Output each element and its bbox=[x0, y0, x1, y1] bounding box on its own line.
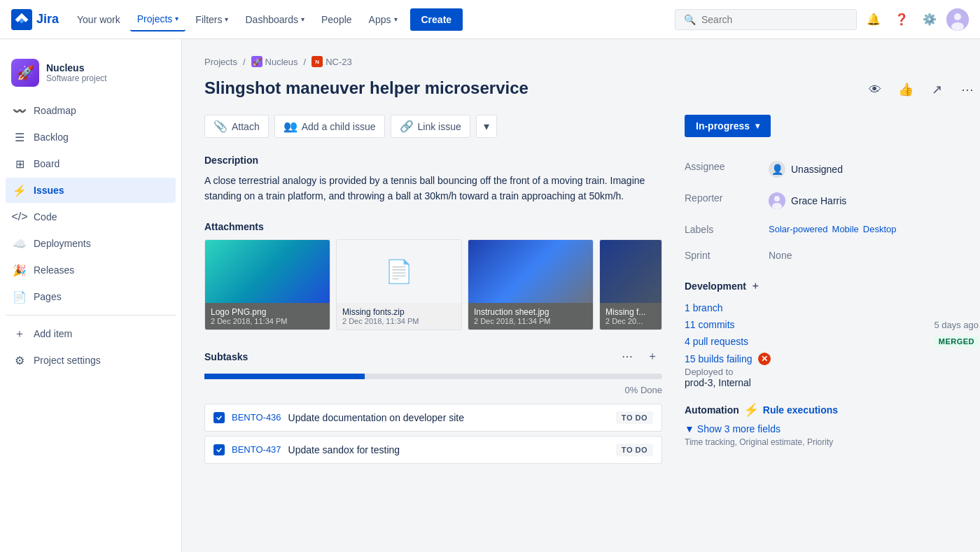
breadcrumb: Projects / 🚀 Nucleus / N NC-23 bbox=[204, 56, 979, 67]
subtask-name: Update sandox for testing bbox=[288, 444, 609, 455]
search-input[interactable] bbox=[701, 14, 848, 25]
thumbsup-icon[interactable]: 👍 bbox=[895, 78, 917, 101]
attachment-thumbnail bbox=[600, 240, 662, 303]
sidebar-item-issues[interactable]: ⚡ Issues bbox=[6, 178, 176, 203]
attachments-title: Attachments bbox=[204, 221, 662, 232]
paperclip-icon: 📎 bbox=[214, 120, 227, 133]
progress-blue bbox=[204, 374, 365, 379]
help-icon[interactable]: ❓ bbox=[890, 8, 913, 31]
link-icon: 🔗 bbox=[400, 120, 414, 133]
attachment-item[interactable]: Instruction sheet.jpg 2 Dec 2018, 11:34 … bbox=[468, 239, 594, 330]
logo[interactable]: Jira bbox=[11, 9, 59, 30]
main-nav: Your work Projects ▾ Filters ▾ Dashboard… bbox=[70, 8, 404, 31]
attachment-item[interactable]: Missing f... 2 Dec 20... bbox=[599, 239, 662, 330]
svg-point-5 bbox=[774, 196, 780, 201]
nav-people[interactable]: People bbox=[314, 8, 359, 31]
description-text: A close terrestrial analogy is provided … bbox=[204, 173, 662, 204]
dev-add-icon[interactable]: ＋ bbox=[750, 280, 760, 292]
search-box[interactable]: 🔍 bbox=[675, 9, 857, 30]
subtask-id[interactable]: BENTO-437 bbox=[232, 444, 281, 455]
sidebar-item-label: Issues bbox=[34, 185, 64, 196]
labels-row: Labels Solar-powered Mobile Desktop bbox=[685, 217, 979, 243]
deployments-icon: ☁️ bbox=[13, 236, 27, 250]
attach-button[interactable]: 📎 Attach bbox=[204, 115, 269, 138]
merged-badge: MERGED bbox=[934, 336, 979, 347]
subtasks-add-button[interactable]: ＋ bbox=[643, 347, 662, 367]
attachment-item[interactable]: 📄 Missing fonts.zip 2 Dec 2018, 11:34 PM bbox=[336, 239, 462, 330]
attachments-section: Attachments Logo PNG.png 2 Dec 2018, 11:… bbox=[204, 221, 662, 330]
show-more-button[interactable]: ▼ Show 3 more fields bbox=[685, 423, 979, 434]
subtasks-header: Subtasks ⋯ ＋ bbox=[204, 347, 662, 367]
breadcrumb-projects[interactable]: Projects bbox=[204, 57, 237, 67]
attachment-thumbnail bbox=[468, 240, 593, 303]
share-icon[interactable]: ↗ bbox=[925, 78, 948, 101]
subtask-id[interactable]: BENTO-436 bbox=[232, 412, 281, 423]
automation-section: Automation ⚡ Rule executions ▼ Show 3 mo… bbox=[685, 402, 979, 447]
project-name: Nucleus bbox=[46, 62, 107, 73]
projects-chevron-icon: ▾ bbox=[175, 15, 178, 22]
sidebar-item-label: Project settings bbox=[34, 355, 101, 366]
nav-dashboards[interactable]: Dashboards ▾ bbox=[238, 8, 312, 31]
sidebar-item-label: Pages bbox=[34, 291, 62, 302]
sidebar-item-backlog[interactable]: ☰ Backlog bbox=[6, 125, 176, 150]
subtask-checkbox[interactable] bbox=[214, 412, 225, 423]
sprint-row: Sprint None bbox=[685, 243, 979, 269]
nav-projects[interactable]: Projects ▾ bbox=[130, 8, 186, 31]
attachment-date: 2 Dec 20... bbox=[606, 317, 656, 325]
more-actions-icon[interactable]: ⋯ bbox=[956, 78, 979, 101]
more-toolbar-button[interactable]: ▾ bbox=[476, 115, 497, 138]
label-mobile[interactable]: Mobile bbox=[832, 224, 859, 234]
dev-branch-link[interactable]: 1 branch bbox=[685, 302, 722, 313]
child-issue-icon: 👥 bbox=[284, 120, 298, 133]
reporter-row: Reporter Grace Harris bbox=[685, 185, 979, 217]
subtasks-more-button[interactable]: ⋯ bbox=[617, 347, 637, 367]
sidebar-item-pages[interactable]: 📄 Pages bbox=[6, 284, 176, 309]
subtask-name: Update documentation on developer site bbox=[288, 412, 609, 423]
label-desktop[interactable]: Desktop bbox=[863, 224, 897, 234]
dev-builds-link[interactable]: 15 builds failing bbox=[685, 353, 752, 365]
nav-your-work[interactable]: Your work bbox=[70, 8, 127, 31]
settings-icon[interactable]: ⚙️ bbox=[918, 8, 941, 31]
automation-link[interactable]: Rule executions bbox=[763, 404, 838, 416]
nav-filters[interactable]: Filters ▾ bbox=[188, 8, 235, 31]
assignee-label: Assignee bbox=[685, 154, 769, 185]
status-button[interactable]: In-progress ▾ bbox=[685, 115, 771, 137]
label-solar[interactable]: Solar-powered bbox=[769, 224, 828, 234]
issue-main: 📎 Attach 👥 Add a child issue 🔗 Link issu… bbox=[204, 115, 662, 468]
link-issue-button[interactable]: 🔗 Link issue bbox=[391, 115, 470, 138]
project-info: Nucleus Software project bbox=[46, 62, 107, 83]
create-button[interactable]: Create bbox=[410, 8, 463, 31]
nav-apps[interactable]: Apps ▾ bbox=[362, 8, 405, 31]
dev-commits-link[interactable]: 11 commits bbox=[685, 319, 735, 330]
fail-icon: ✕ bbox=[758, 353, 771, 365]
assignee-display: 👤 Unassigned bbox=[769, 161, 979, 178]
sidebar-item-roadmap[interactable]: 〰️ Roadmap bbox=[6, 98, 176, 123]
sidebar-item-releases[interactable]: 🎉 Releases bbox=[6, 257, 176, 283]
dev-builds: 15 builds failing ✕ Deployed to prod-3, … bbox=[685, 350, 979, 391]
automation-label: Automation bbox=[685, 404, 739, 416]
breadcrumb-issue[interactable]: N NC-23 bbox=[312, 56, 352, 67]
breadcrumb-nucleus[interactable]: 🚀 Nucleus bbox=[251, 56, 298, 67]
assignee-value[interactable]: 👤 Unassigned bbox=[769, 154, 979, 185]
attachment-item[interactable]: Logo PNG.png 2 Dec 2018, 11:34 PM bbox=[204, 239, 330, 330]
user-avatar[interactable] bbox=[946, 8, 969, 31]
sidebar-item-settings[interactable]: ⚙ Project settings bbox=[6, 348, 176, 373]
project-header[interactable]: 🚀 Nucleus Software project bbox=[0, 50, 181, 98]
sidebar-item-add[interactable]: ＋ Add item bbox=[6, 321, 176, 346]
sidebar-item-deployments[interactable]: ☁️ Deployments bbox=[6, 231, 176, 256]
notifications-icon[interactable]: 🔔 bbox=[862, 8, 885, 31]
subtask-checkbox[interactable] bbox=[214, 444, 225, 455]
watch-icon[interactable]: 👁 bbox=[864, 78, 886, 101]
dev-pulls-link[interactable]: 4 pull requests bbox=[685, 336, 748, 347]
attachment-date: 2 Dec 2018, 11:34 PM bbox=[342, 317, 456, 325]
pages-icon: 📄 bbox=[13, 290, 27, 304]
sidebar-item-board[interactable]: ⊞ Board bbox=[6, 151, 176, 176]
add-child-button[interactable]: 👥 Add a child issue bbox=[274, 115, 385, 138]
dev-header: Development ＋ bbox=[685, 280, 979, 292]
attachment-name: Missing f... bbox=[606, 307, 656, 317]
subtask-item[interactable]: BENTO-437 Update sandox for testing TO D… bbox=[204, 436, 662, 464]
subtask-item[interactable]: BENTO-436 Update documentation on develo… bbox=[204, 404, 662, 432]
sidebar-item-code[interactable]: </> Code bbox=[6, 204, 176, 229]
reporter-value[interactable]: Grace Harris bbox=[769, 185, 979, 217]
sprint-value[interactable]: None bbox=[769, 243, 979, 269]
